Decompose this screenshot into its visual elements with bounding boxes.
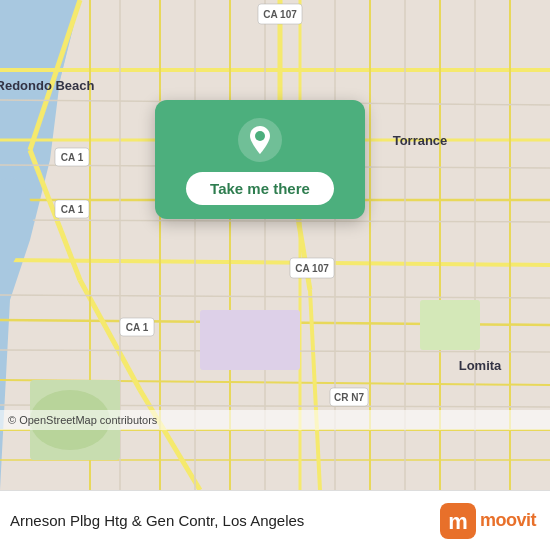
- location-card: Take me there: [155, 100, 365, 219]
- copyright-bar: © OpenStreetMap contributors: [0, 410, 550, 430]
- map-container: CA 107 CA 107 CA 1 CA 1 CA 1 CR N7 Redon…: [0, 0, 550, 490]
- copyright-text: © OpenStreetMap contributors: [8, 414, 157, 426]
- svg-rect-38: [420, 300, 480, 350]
- svg-text:CA 107: CA 107: [295, 263, 329, 274]
- take-me-there-button[interactable]: Take me there: [186, 172, 334, 205]
- svg-rect-40: [200, 310, 300, 370]
- svg-text:Torrance: Torrance: [393, 133, 448, 148]
- svg-text:CA 1: CA 1: [126, 322, 149, 333]
- bottom-bar: Arneson Plbg Htg & Gen Contr, Los Angele…: [0, 490, 550, 550]
- moovit-logo-icon: m: [440, 503, 476, 539]
- svg-text:CA 1: CA 1: [61, 152, 84, 163]
- svg-point-57: [255, 131, 265, 141]
- location-pin-icon: [238, 118, 282, 162]
- svg-text:CR N7: CR N7: [334, 392, 364, 403]
- svg-text:Lomita: Lomita: [459, 358, 502, 373]
- svg-text:CA 107: CA 107: [263, 9, 297, 20]
- svg-text:m: m: [448, 509, 468, 534]
- moovit-brand-text: moovit: [480, 510, 536, 531]
- moovit-logo: m moovit: [440, 503, 536, 539]
- svg-text:Redondo Beach: Redondo Beach: [0, 78, 95, 93]
- svg-text:CA 1: CA 1: [61, 204, 84, 215]
- place-name: Arneson Plbg Htg & Gen Contr, Los Angele…: [10, 512, 304, 529]
